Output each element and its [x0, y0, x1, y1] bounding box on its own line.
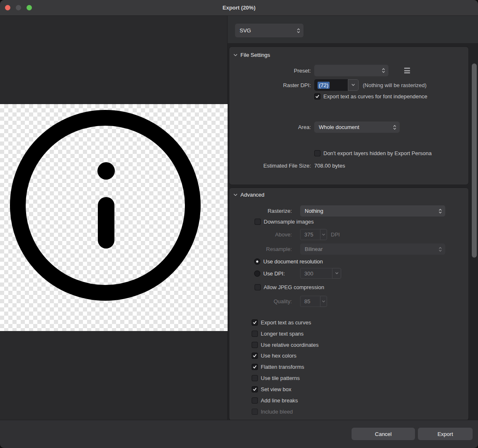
checkmark-icon	[252, 365, 257, 369]
raster-dpi-input[interactable]: (72)	[314, 79, 348, 91]
export-options-pane: SVG File Settings Prese	[228, 16, 478, 420]
preset-label: Preset:	[229, 68, 311, 74]
area-row: Area: Whole document	[229, 122, 468, 133]
rasterize-select[interactable]: Nothing	[300, 205, 445, 217]
export-text-as-curves-checkbox[interactable]	[252, 319, 258, 326]
curves-font-label: Export text as curves for font independe…	[323, 93, 427, 100]
use-dpi-radio[interactable]	[254, 270, 260, 277]
area-select[interactable]: Whole document	[314, 122, 400, 133]
downsample-label: Downsample images	[264, 219, 314, 225]
titlebar[interactable]: Export (20%)	[0, 0, 478, 16]
format-select[interactable]: SVG	[235, 24, 303, 37]
preset-menu-icon[interactable]	[404, 68, 410, 73]
info-icon-artwork	[0, 104, 228, 331]
file-settings-header[interactable]: File Settings	[233, 52, 270, 58]
checkmark-icon	[252, 387, 257, 392]
option-flatten-transforms[interactable]: Flatten transforms	[252, 363, 304, 370]
chevron-up-down-icon	[381, 67, 386, 74]
option-set-view-box[interactable]: Set view box	[252, 386, 291, 392]
hidden-layers-checkbox[interactable]	[314, 150, 320, 156]
above-dropdown-button[interactable]	[320, 229, 327, 240]
curves-font-checkbox-row[interactable]: Export text as curves for font independe…	[314, 93, 427, 100]
estimated-size-value: 708.00 bytes	[314, 163, 345, 169]
quality-combo: 85	[300, 296, 327, 307]
chevron-up-down-icon	[296, 27, 301, 34]
downsample-checkbox[interactable]	[255, 219, 261, 225]
resample-row: Resample: Bilinear	[229, 243, 468, 255]
rasterize-label: Rasterize:	[229, 208, 292, 214]
longer-text-spans-checkbox[interactable]	[252, 331, 258, 337]
cancel-button[interactable]: Cancel	[352, 428, 415, 440]
flatten-transforms-checkbox[interactable]	[252, 364, 258, 370]
option-use-relative-coordinates[interactable]: Use relative coordinates	[252, 341, 318, 348]
window-title: Export (20%)	[0, 0, 478, 16]
quality-dropdown-button[interactable]	[320, 296, 327, 307]
use-dpi-combo: 300	[300, 268, 341, 279]
chevron-down-icon	[335, 272, 339, 275]
raster-dpi-dropdown-button[interactable]	[348, 79, 359, 91]
use-dpi-label: Use DPI:	[263, 270, 285, 277]
include-bleed-checkbox	[252, 409, 258, 415]
rasterize-select-value: Nothing	[300, 208, 445, 214]
allow-jpeg-label: Allow JPEG compression	[264, 284, 324, 290]
hidden-layers-checkbox-row[interactable]: Don't export layers hidden by Export Per…	[314, 150, 432, 156]
above-dpi-suffix: DPI	[331, 231, 340, 238]
raster-note: (Nothing will be rasterized)	[363, 82, 427, 88]
dialog-footer: Cancel Export	[0, 420, 478, 448]
use-doc-resolution-radio[interactable]	[254, 258, 260, 265]
option-add-line-breaks[interactable]: Add line breaks	[252, 397, 298, 404]
above-input[interactable]: 375	[300, 229, 320, 240]
curves-font-checkbox[interactable]	[314, 93, 320, 100]
add-line-breaks-checkbox[interactable]	[252, 397, 258, 404]
use-tile-patterns-checkbox[interactable]	[252, 375, 258, 381]
advanced-panel: Advanced Rasterize: Nothing	[229, 187, 469, 420]
rasterize-row: Rasterize: Nothing	[229, 205, 468, 217]
quality-label: Quality:	[229, 298, 292, 304]
export-dialog: Export (20%) SVG	[0, 0, 478, 448]
use-hex-colors-checkbox[interactable]	[252, 353, 258, 359]
options-scroll-region[interactable]: File Settings Preset: Raster	[228, 43, 478, 420]
option-label: Longer text spans	[261, 331, 303, 337]
option-label: Add line breaks	[261, 397, 298, 404]
checkmark-icon	[252, 353, 257, 358]
allow-jpeg-checkbox-row[interactable]: Allow JPEG compression	[255, 284, 324, 290]
disclosure-chevron-icon	[233, 194, 238, 196]
use-doc-resolution-label: Use document resolution	[263, 258, 323, 265]
allow-jpeg-checkbox[interactable]	[255, 284, 261, 290]
export-button[interactable]: Export	[418, 428, 473, 440]
downsample-checkbox-row[interactable]: Downsample images	[255, 218, 314, 225]
format-select-value: SVG	[235, 27, 303, 34]
use-dpi-dropdown-button[interactable]	[332, 268, 341, 279]
option-use-hex-colors[interactable]: Use hex colors	[252, 352, 296, 359]
advanced-header[interactable]: Advanced	[233, 192, 264, 198]
use-relative-coordinates-checkbox[interactable]	[252, 342, 258, 348]
quality-input[interactable]: 85	[300, 296, 320, 307]
option-use-tile-patterns[interactable]: Use tile patterns	[252, 375, 300, 381]
option-label: Set view box	[261, 386, 291, 392]
advanced-title: Advanced	[240, 192, 264, 198]
area-select-value: Whole document	[314, 124, 400, 130]
preset-select[interactable]	[314, 65, 388, 76]
chevron-up-down-icon	[438, 208, 442, 214]
chevron-up-down-icon	[438, 246, 442, 253]
raster-dpi-combo: (72)	[314, 79, 359, 91]
estimated-size-label: Estimated File Size:	[229, 163, 311, 169]
use-dpi-input[interactable]: 300	[300, 268, 332, 279]
preset-row: Preset:	[229, 65, 468, 76]
chevron-down-icon	[322, 300, 325, 303]
option-label: Include bleed	[261, 409, 293, 415]
above-combo: 375	[300, 229, 327, 240]
resample-label: Resample:	[229, 246, 292, 252]
set-view-box-checkbox[interactable]	[252, 386, 258, 392]
use-doc-resolution-radio-row[interactable]: Use document resolution	[254, 258, 323, 265]
format-strip: SVG	[228, 16, 478, 43]
option-longer-text-spans[interactable]: Longer text spans	[252, 330, 303, 337]
use-dpi-radio-row[interactable]: Use DPI:	[254, 270, 285, 277]
resample-select-value: Bilinear	[300, 246, 445, 252]
option-include-bleed: Include bleed	[252, 408, 293, 415]
disclosure-chevron-icon	[233, 54, 238, 56]
option-export-text-as-curves[interactable]: Export text as curves	[252, 319, 311, 326]
dialog-body: SVG File Settings Prese	[0, 16, 478, 420]
scrollbar-thumb[interactable]	[472, 63, 477, 258]
hidden-layers-label: Don't export layers hidden by Export Per…	[323, 150, 432, 156]
